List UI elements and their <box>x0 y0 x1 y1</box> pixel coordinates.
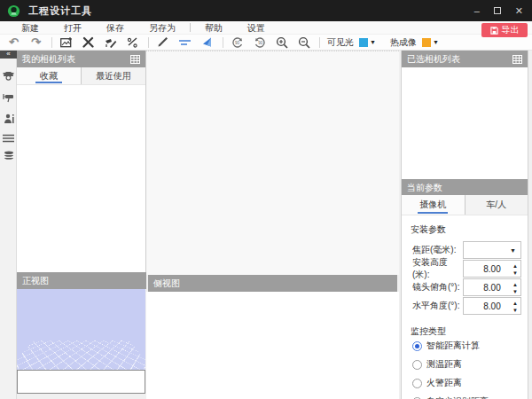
svg-text:90: 90 <box>235 41 240 45</box>
menu-save-as[interactable]: 另存为 <box>137 21 188 35</box>
current-params-header: 当前参数 <box>402 179 528 196</box>
toolbar-divider <box>51 37 52 48</box>
undo-icon[interactable]: ↶ <box>7 35 20 49</box>
radio-custom-distance-label: 自定义识别距离 <box>426 395 489 399</box>
bullet-camera-icon[interactable] <box>3 92 14 104</box>
titlebar: 工程设计工具 – ✕ <box>0 0 532 21</box>
grid-view-icon[interactable] <box>512 55 522 64</box>
tilt-angle-row: 镜头俯角(°): 8.00 ▲▼ <box>402 278 528 296</box>
menu-save[interactable]: 保存 <box>94 21 137 35</box>
my-camera-list-panel: 我的相机列表 收藏 最近使用 <box>17 51 146 272</box>
collapse-panel-button[interactable]: « <box>0 51 17 59</box>
radio-unselected-icon[interactable] <box>412 360 422 370</box>
tilt-angle-spinner[interactable]: 8.00 ▲▼ <box>463 278 521 296</box>
tab-camera-label: 摄像机 <box>419 199 446 211</box>
tab-favorites[interactable]: 收藏 <box>17 67 81 84</box>
radio-fire-distance[interactable]: 火警距离 <box>412 377 462 389</box>
app-logo-icon <box>7 4 20 18</box>
horizontal-angle-row: 水平角度(°): 8.00 ▲▼ <box>402 297 528 315</box>
pencil-icon[interactable] <box>156 35 169 49</box>
radio-temp-distance-label: 测温距离 <box>426 358 462 371</box>
menu-help[interactable]: 帮助 <box>192 21 235 35</box>
menu-new[interactable]: 新建 <box>9 21 51 35</box>
redo-icon[interactable]: ↷ <box>29 35 43 49</box>
front-view-scale-box[interactable] <box>17 370 145 394</box>
add-image-icon[interactable] <box>59 35 73 49</box>
svg-text:90: 90 <box>258 41 263 45</box>
install-height-row: 安装高度(米): 8.00 ▲▼ <box>402 260 528 278</box>
tab-camera[interactable]: 摄像机 <box>402 195 465 215</box>
toolbar-divider <box>148 37 149 48</box>
chevron-down-icon: ▼ <box>370 39 376 45</box>
cut-line-icon[interactable] <box>126 35 139 49</box>
rotate-ccw-icon[interactable]: 90 <box>231 35 244 49</box>
selected-camera-list-area[interactable] <box>402 67 528 179</box>
top-view-canvas[interactable] <box>146 51 399 275</box>
layers-icon[interactable] <box>3 150 14 161</box>
toolbar-divider <box>319 37 320 48</box>
horizontal-angle-label: 水平角度(°): <box>412 300 463 312</box>
radio-temp-distance[interactable]: 测温距离 <box>412 358 462 371</box>
zoom-in-icon[interactable] <box>275 35 288 49</box>
tab-recent[interactable]: 最近使用 <box>81 67 145 84</box>
person-icon[interactable] <box>3 113 14 124</box>
tab-vehicle-person-label: 车/人 <box>486 199 506 211</box>
right-panel: 已选相机列表 当前参数 摄像机 车/人 安装参数 焦距(毫米): ▼ 安装高度(… <box>401 51 528 399</box>
export-button[interactable]: 导出 <box>481 23 528 37</box>
chevron-down-icon: ▼ <box>433 39 439 45</box>
selected-camera-list-title: 已选相机列表 <box>407 53 460 66</box>
edit-tools-icon[interactable] <box>82 35 95 49</box>
thermal-color-swatch <box>422 38 431 47</box>
radio-custom-distance[interactable]: 自定义识别距离 <box>412 395 489 399</box>
maximize-button[interactable] <box>494 7 501 14</box>
menubar: 新建 打开 保存 另存为 帮助 设置 <box>0 21 532 35</box>
view-cone-icon[interactable] <box>200 35 214 49</box>
install-params-label: 安装参数 <box>411 223 446 236</box>
side-view-title: 侧视图 <box>153 278 180 290</box>
tilt-angle-value: 8.00 <box>483 283 500 293</box>
minimize-button[interactable]: – <box>474 6 480 16</box>
visible-light-color-swatch <box>359 38 368 47</box>
measure-lines-icon[interactable] <box>178 35 192 49</box>
focal-length-label: 焦距(毫米): <box>412 244 463 256</box>
camera-list-area[interactable] <box>17 85 145 271</box>
front-view-canvas[interactable] <box>17 289 145 370</box>
toolbar: ↶ ↷ 90 90 <box>0 35 532 51</box>
my-camera-list-header: 我的相机列表 <box>17 51 145 67</box>
thermal-dropdown[interactable]: 热成像 ▼ <box>390 36 439 49</box>
radio-smart-distance-label: 智能距离计算 <box>426 340 480 352</box>
front-view-title: 正视图 <box>22 275 49 287</box>
horizontal-angle-spinner[interactable]: 8.00 ▲▼ <box>463 297 521 315</box>
install-height-spinner[interactable]: 8.00 ▲▼ <box>463 260 521 278</box>
grid-view-icon[interactable] <box>130 55 140 64</box>
rotate-cw-icon[interactable]: 90 <box>253 35 266 49</box>
radio-smart-distance[interactable]: 智能距离计算 <box>412 340 480 352</box>
spinner-arrows-icon[interactable]: ▲▼ <box>512 300 518 314</box>
camera-edit-icon[interactable] <box>104 35 117 49</box>
tilt-angle-label: 镜头俯角(°): <box>412 281 463 293</box>
spinner-arrows-icon[interactable]: ▲▼ <box>512 262 518 277</box>
radio-unselected-icon[interactable] <box>412 379 422 388</box>
tab-vehicle-person[interactable]: 车/人 <box>465 195 528 215</box>
radio-selected-icon[interactable] <box>412 341 422 351</box>
focal-length-select[interactable]: ▼ <box>463 241 521 259</box>
front-view-header: 正视图 <box>17 272 146 289</box>
side-view-canvas[interactable] <box>146 292 399 399</box>
front-view-panel: 正视图 <box>17 272 146 399</box>
window-title: 工程设计工具 <box>28 4 92 18</box>
menu-open[interactable]: 打开 <box>51 21 94 35</box>
tab-recent-label: 最近使用 <box>96 70 131 82</box>
visible-light-dropdown[interactable]: 可见光 ▼ <box>327 36 376 49</box>
spinner-arrows-icon[interactable]: ▲▼ <box>512 281 518 295</box>
close-button[interactable]: ✕ <box>515 6 523 16</box>
save-disk-icon <box>490 27 498 35</box>
side-view-header: 侧视图 <box>148 275 397 292</box>
selected-camera-list-header: 已选相机列表 <box>402 51 528 67</box>
tab-favorites-label: 收藏 <box>40 70 58 82</box>
zoom-out-icon[interactable] <box>297 35 310 49</box>
list-icon[interactable] <box>3 132 14 144</box>
toolbar-divider <box>223 37 223 48</box>
horizontal-angle-value: 8.00 <box>483 301 500 311</box>
dome-camera-icon[interactable] <box>3 71 14 82</box>
menu-settings[interactable]: 设置 <box>235 21 278 35</box>
